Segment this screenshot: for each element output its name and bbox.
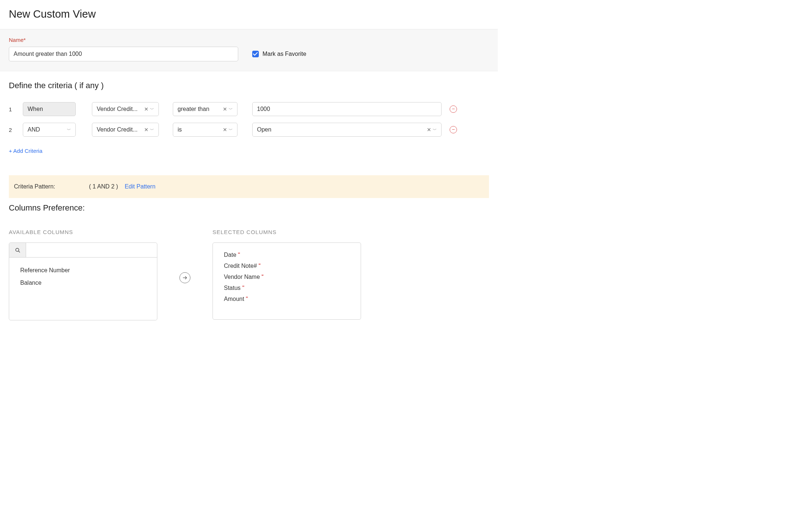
criteria-row: 1 When Vendor Credit... ✕ ﹀ greater than…	[9, 102, 489, 116]
criteria-conjunction-when: When	[23, 102, 76, 116]
selected-column-item[interactable]: Vendor Name**	[213, 272, 361, 283]
required-indicator-icon: **	[246, 296, 247, 300]
criteria-pattern-label: Criteria Pattern:	[14, 183, 55, 190]
criteria-value-select[interactable]: Open ✕ ﹀	[252, 123, 442, 137]
page-title: New Custom View	[9, 8, 489, 20]
required-indicator-icon: **	[261, 274, 263, 278]
name-field-label: Name*	[9, 37, 489, 43]
selected-columns-label: SELECTED COLUMNS	[213, 229, 361, 235]
criteria-row: 2 AND ﹀ Vendor Credit... ✕ ﹀ is ✕ ﹀	[9, 123, 489, 137]
available-columns-box: Reference NumberBalance	[9, 242, 157, 320]
clear-icon[interactable]: ✕	[223, 127, 227, 132]
criteria-index: 1	[9, 106, 18, 112]
svg-line-1	[18, 251, 20, 252]
chevron-down-icon[interactable]: ﹀	[67, 128, 71, 132]
required-indicator-icon: **	[242, 285, 244, 289]
chevron-down-icon[interactable]: ﹀	[150, 128, 154, 132]
mark-favorite-checkbox[interactable]	[252, 51, 259, 57]
chevron-down-icon[interactable]: ﹀	[433, 128, 437, 132]
criteria-index: 2	[9, 127, 18, 133]
required-indicator-icon: **	[258, 263, 260, 267]
selected-column-item[interactable]: Date**	[213, 249, 361, 260]
search-icon	[9, 243, 26, 257]
remove-criteria-button[interactable]: −	[450, 126, 457, 133]
clear-icon[interactable]: ✕	[427, 127, 431, 132]
criteria-pattern-bar: Criteria Pattern: ( 1 AND 2 ) Edit Patte…	[9, 175, 489, 198]
selected-columns-box: Date**Credit Note#**Vendor Name**Status*…	[213, 242, 361, 320]
svg-point-0	[15, 248, 19, 251]
columns-heading: Columns Preference:	[9, 203, 489, 213]
criteria-conjunction-select[interactable]: AND ﹀	[23, 123, 76, 137]
edit-pattern-link[interactable]: Edit Pattern	[125, 183, 156, 190]
required-indicator-icon: **	[238, 252, 240, 256]
clear-icon[interactable]: ✕	[223, 107, 227, 112]
clear-icon[interactable]: ✕	[144, 127, 149, 132]
criteria-heading: Define the criteria ( if any )	[9, 81, 489, 90]
criteria-operator-select[interactable]: is ✕ ﹀	[173, 123, 238, 137]
chevron-down-icon[interactable]: ﹀	[229, 128, 233, 132]
criteria-operator-select[interactable]: greater than ✕ ﹀	[173, 102, 238, 116]
name-input[interactable]	[9, 47, 238, 61]
move-right-button[interactable]	[179, 272, 190, 283]
criteria-field-select[interactable]: Vendor Credit... ✕ ﹀	[92, 102, 159, 116]
remove-criteria-button[interactable]: −	[450, 105, 457, 113]
mark-favorite-label: Mark as Favorite	[262, 51, 306, 57]
criteria-value-input[interactable]: 1000	[252, 102, 442, 116]
criteria-field-select[interactable]: Vendor Credit... ✕ ﹀	[92, 123, 159, 137]
available-columns-label: AVAILABLE COLUMNS	[9, 229, 157, 235]
selected-column-item[interactable]: Status**	[213, 283, 361, 294]
criteria-pattern-expression: ( 1 AND 2 )	[89, 183, 118, 190]
chevron-down-icon[interactable]: ﹀	[229, 107, 233, 111]
available-columns-search[interactable]	[26, 243, 157, 257]
available-column-item[interactable]: Reference Number	[9, 264, 157, 277]
clear-icon[interactable]: ✕	[144, 107, 149, 112]
selected-column-item[interactable]: Credit Note#**	[213, 260, 361, 272]
available-column-item[interactable]: Balance	[9, 277, 157, 289]
selected-column-item[interactable]: Amount**	[213, 294, 361, 305]
chevron-down-icon[interactable]: ﹀	[150, 107, 154, 111]
add-criteria-link[interactable]: + Add Criteria	[9, 148, 42, 154]
